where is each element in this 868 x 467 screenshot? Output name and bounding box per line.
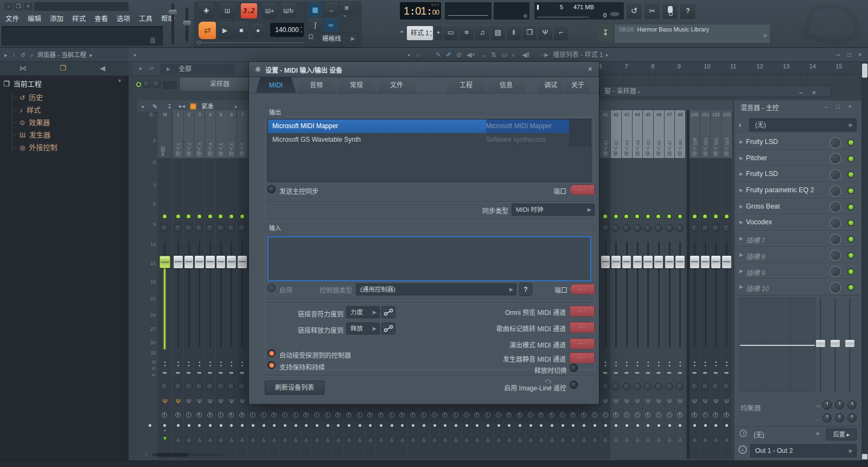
midi-output-list[interactable]: Microsoft MIDI Mapper Microsoft MIDI Map…: [267, 119, 591, 182]
strip-fader-handle[interactable]: [665, 256, 674, 268]
strip-stereo-knob[interactable]: [602, 383, 609, 390]
channel-volume-knob[interactable]: [152, 80, 161, 88]
mixer-strip[interactable]: 44 插入 44 ▲▼ ◀▶ Ψ △: [633, 110, 643, 459]
eq-curve[interactable]: [740, 345, 815, 346]
mixer-strip[interactable]: 42 插入 42 ▲▼ ◀▶ Ψ △: [611, 110, 621, 459]
strip-route-icon[interactable]: △: [536, 437, 546, 442]
wait-input-button[interactable]: Ш+: [262, 3, 277, 18]
strip-dot-icon[interactable]: [476, 424, 478, 427]
strip-route-icon[interactable]: △: [226, 437, 237, 442]
strip-clock-icon[interactable]: [677, 412, 682, 418]
dialog-tab[interactable]: MIDI: [256, 77, 296, 93]
strip-clock-icon[interactable]: [581, 412, 586, 418]
strip-updown-icon[interactable]: ▲▼: [700, 360, 711, 368]
mixer-maximize-button[interactable]: □: [836, 103, 840, 110]
mixer-strip[interactable]: 3 插入 3 ▲▼ ◀▶ Ψ △: [194, 110, 205, 459]
browser-title-arrow-icon[interactable]: ▸: [90, 52, 93, 58]
mixer-strip[interactable]: 43 插入 43 ▲▼ ◀▶ Ψ △: [622, 110, 632, 459]
mixer-strip[interactable]: 45 插入 45 ▲▼ ◀▶ Ψ △: [643, 110, 653, 459]
strip-dot-icon[interactable]: [487, 424, 489, 427]
pattern-song-switch[interactable]: ▦: [308, 3, 322, 17]
strip-clock-icon[interactable]: [389, 412, 394, 418]
strip-dot-icon[interactable]: [188, 424, 190, 427]
effect-slot[interactable]: ▶ Pitcher: [736, 150, 860, 167]
strip-clock-icon[interactable]: [346, 412, 352, 418]
dialog-tab[interactable]: 调试: [537, 77, 565, 93]
mixer-strip[interactable]: 2 插入 2 ▲▼ ◀▶ Ψ △: [184, 110, 194, 459]
strip-led[interactable]: [656, 214, 660, 218]
strip-fader-handle[interactable]: [711, 256, 720, 268]
generator-mute-channel-box[interactable]: ···: [570, 352, 595, 363]
strip-clock-icon[interactable]: [303, 412, 309, 418]
strip-fader-handle[interactable]: [611, 256, 621, 268]
strip-stereo-knob[interactable]: [634, 383, 641, 390]
mute-tool-icon[interactable]: ◀×: [467, 48, 475, 62]
strip-clock-icon[interactable]: [549, 412, 554, 418]
strip-fader-handle[interactable]: [654, 256, 663, 268]
strip-clock-icon[interactable]: [667, 412, 672, 418]
slot-mix-knob[interactable]: [829, 282, 841, 294]
strip-fader-handle[interactable]: [622, 256, 631, 268]
strip-dot-icon[interactable]: [529, 424, 532, 427]
midi-output-row[interactable]: Microsoft GS Wavetable Synth Software sy…: [268, 133, 591, 147]
browser-tab-files-icon[interactable]: ❐: [60, 64, 66, 72]
strip-leftright-icon[interactable]: ◀▶: [216, 371, 226, 374]
strip-plugin-icon[interactable]: Ψ: [194, 398, 205, 405]
browser-tab-plugins-icon[interactable]: ⋈: [20, 64, 27, 72]
playlist-resize-grip[interactable]: [862, 454, 867, 459]
strip-route-icon[interactable]: △: [237, 437, 247, 442]
paint-tool-icon[interactable]: ✐: [446, 48, 451, 62]
playlist-title[interactable]: 播放列表 - 样式 1: [553, 48, 603, 62]
menu-item[interactable]: 编辑: [28, 14, 41, 24]
strip-dot-icon[interactable]: [679, 424, 681, 427]
controller-help-button[interactable]: ?: [519, 283, 532, 296]
dialog-tab[interactable]: 信息: [486, 77, 526, 93]
effect-slot[interactable]: ▶ Fruity LSD: [736, 166, 860, 182]
strip-leftright-icon[interactable]: ◀▶: [643, 371, 653, 374]
metronome-headphones-icon[interactable]: Ω: [308, 33, 314, 41]
dialog-tab[interactable]: 常规: [336, 77, 376, 93]
strip-clock-icon[interactable]: [613, 412, 618, 418]
strip-plugin-icon[interactable]: Ψ: [216, 398, 226, 405]
play-button[interactable]: ▶: [217, 22, 233, 39]
slot-plugin-name[interactable]: Vocodex: [746, 218, 772, 226]
slot-plugin-name[interactable]: Pitcher: [746, 154, 767, 162]
strip-updown-icon[interactable]: ▲▼: [643, 360, 653, 368]
strip-route-icon[interactable]: △: [248, 437, 258, 442]
strip-stereo-knob[interactable]: [676, 383, 684, 390]
hscroll-handle[interactable]: [156, 453, 188, 457]
strip-led[interactable]: [176, 214, 180, 218]
strip-clock-icon[interactable]: [692, 412, 697, 418]
strip-dot-icon[interactable]: [704, 424, 707, 427]
window-toggle-button[interactable]: [459, 25, 474, 40]
mixer-strip[interactable]: 101 插入 101 ▲▼ ◀▶ Ψ △: [700, 110, 711, 459]
strip-route-icon[interactable]: △: [173, 437, 183, 442]
strip-pan-knob[interactable]: [206, 224, 214, 232]
link-release-link-icon[interactable]: [381, 323, 395, 335]
strip-stereo-knob[interactable]: [655, 383, 662, 390]
strip-stereo-knob[interactable]: [227, 383, 235, 390]
strip-dot-icon[interactable]: [668, 424, 671, 427]
mixer-strip[interactable]: 6 插入 6 ▲▼ ◀▶ Ψ △: [226, 110, 237, 459]
strip-plugin-icon[interactable]: Ψ: [722, 398, 732, 405]
strip-fader-handle[interactable]: [206, 256, 215, 268]
slot-mix-knob[interactable]: [829, 201, 841, 213]
strip-route-icon[interactable]: △: [483, 437, 493, 442]
mixer-strip[interactable]: 103 插入 103 ▲▼ ◀▶ Ψ △: [722, 110, 732, 459]
strip-clock-icon[interactable]: [421, 412, 426, 418]
strip-route-icon[interactable]: △: [312, 437, 322, 442]
slot-plugin-name[interactable]: 插槽 10: [746, 283, 769, 293]
channel-enable-led[interactable]: [136, 82, 141, 87]
strip-led[interactable]: [229, 214, 233, 218]
strip-fader-handle[interactable]: [195, 256, 204, 268]
strip-route-icon[interactable]: △: [194, 437, 205, 442]
strip-clock-icon[interactable]: [453, 412, 458, 418]
strip-led[interactable]: [624, 214, 628, 218]
strip-route-icon[interactable]: △: [568, 437, 578, 442]
slot-plugin-name[interactable]: Fruity LSD: [746, 170, 778, 178]
main-volume-slider[interactable]: [171, 3, 174, 45]
strip-plugin-icon[interactable]: Ψ: [700, 398, 711, 405]
strip-clock-icon[interactable]: [592, 412, 597, 418]
strip-dot-icon[interactable]: [423, 424, 425, 427]
strip-dot-icon[interactable]: [391, 424, 393, 427]
